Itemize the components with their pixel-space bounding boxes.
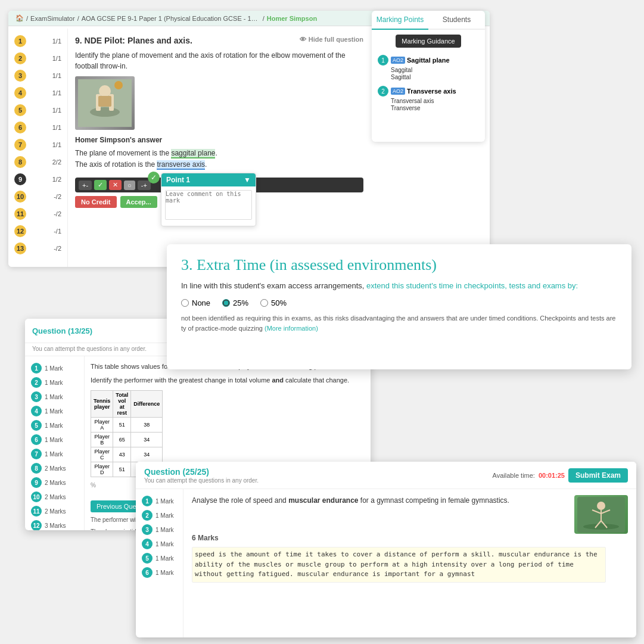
accept-btn[interactable]: Accep... [120, 196, 157, 208]
radio-25-label: 25% [233, 298, 248, 307]
q-circle-7[interactable]: 7 [31, 449, 42, 459]
answer-textarea[interactable]: speed is the amount of time it takes to … [192, 547, 606, 583]
list2-item-6[interactable]: 6 1 Mark [141, 565, 178, 580]
q-item-5[interactable]: 5 1/1 [11, 102, 65, 118]
list-item-12[interactable]: 12 3 Marks [30, 518, 79, 530]
table-q-text-2: Identify the performer with the greatest… [91, 376, 365, 385]
q-circle-8[interactable]: 8 [31, 463, 42, 474]
tab-marking-points[interactable]: Marking Points [372, 11, 428, 30]
q-num-3[interactable]: 3 [14, 70, 26, 82]
q-circle-12[interactable]: 12 [31, 520, 42, 530]
list-item-2[interactable]: 2 1 Mark [30, 375, 79, 390]
student-name-label: Homer Simpson's answer [75, 136, 363, 144]
radio-none[interactable]: None [181, 298, 210, 307]
radio-none-label: None [192, 298, 210, 307]
answer-line1-highlight: saggital plane [171, 149, 215, 158]
q2-circle-6[interactable]: 6 [142, 567, 153, 578]
q-num-2[interactable]: 2 [14, 52, 26, 64]
answer-line-2: The axis of rotation is the transverse a… [75, 159, 363, 170]
q-num-9[interactable]: 9 [14, 173, 26, 185]
radio-25[interactable]: 25% [222, 298, 248, 307]
q-circle-5[interactable]: 5 [31, 420, 42, 431]
q-item-10[interactable]: 10 -/2 [11, 189, 65, 204]
q-circle-10[interactable]: 10 [31, 491, 42, 502]
breadcrumb-exam-simulator[interactable]: ExamSimulator [30, 15, 75, 22]
check-mark-btn[interactable]: ✓ [94, 180, 107, 190]
list2-item-1[interactable]: 1 1 Mark [141, 494, 178, 508]
tab-students[interactable]: Students [428, 11, 485, 29]
col-diff: Difference [131, 390, 163, 417]
q-circle-9[interactable]: 9 [31, 477, 42, 488]
q-item-12[interactable]: 12 -/1 [11, 223, 65, 239]
q2-circle-4[interactable]: 4 [142, 539, 153, 549]
q-num-8[interactable]: 8 [14, 156, 26, 168]
q2-circle-5[interactable]: 5 [142, 553, 153, 564]
home-icon[interactable]: 🏠 [15, 14, 24, 22]
q-item-3[interactable]: 3 1/1 [11, 68, 65, 83]
col-player: Tennis player [91, 390, 113, 417]
q-item-6[interactable]: 6 1/1 [11, 120, 65, 135]
q-mark-8: 2 Marks [45, 465, 66, 472]
radio-25-input[interactable] [222, 299, 230, 307]
q-item-7[interactable]: 7 1/1 [11, 137, 65, 153]
q-circle-6[interactable]: 6 [31, 434, 42, 445]
q2-circle-2[interactable]: 2 [142, 510, 153, 521]
submit-exam-btn-2[interactable]: Submit Exam [568, 468, 628, 483]
q2-circle-3[interactable]: 3 [142, 524, 153, 535]
hide-full-question-btn[interactable]: 👁 Hide full question [300, 36, 363, 43]
question-title: 9. NDE Pilot: Planes and axis. 👁 Hide fu… [75, 36, 363, 45]
radio-50-input[interactable] [260, 299, 268, 307]
list-item-11[interactable]: 11 2 Marks [30, 504, 79, 518]
list-item-1[interactable]: 1 1 Mark [30, 361, 79, 375]
list2-item-3[interactable]: 3 1 Mark [141, 522, 178, 537]
q-circle-11[interactable]: 11 [31, 506, 42, 517]
circle-btn[interactable]: ○ [124, 181, 135, 190]
q-circle-2[interactable]: 2 [31, 377, 42, 388]
q-num-11[interactable]: 11 [14, 208, 26, 220]
q-item-4[interactable]: 4 1/1 [11, 85, 65, 101]
q2-circle-1[interactable]: 1 [142, 496, 153, 506]
q-item-8[interactable]: 8 2/2 [11, 154, 65, 170]
no-credit-btn[interactable]: No Credit [75, 196, 117, 208]
plus-minus-btn[interactable]: +- [79, 181, 92, 190]
list-item-3[interactable]: 3 1 Mark [30, 390, 79, 404]
list-item-9[interactable]: 9 2 Marks [30, 475, 79, 490]
list2-item-4[interactable]: 4 1 Mark [141, 537, 178, 551]
marking-point-2: 2 AO2 Transverse axis Transversal axis T… [372, 83, 485, 114]
radio-50[interactable]: 50% [260, 298, 287, 307]
q-num-4[interactable]: 4 [14, 87, 26, 99]
q-item-13[interactable]: 13 -/2 [11, 241, 65, 256]
q-num-12[interactable]: 12 [14, 225, 26, 237]
q-item-11[interactable]: 11 -/2 [11, 206, 65, 222]
q-circle-3[interactable]: 3 [31, 391, 42, 402]
point-check-icon[interactable]: ✓ [148, 172, 160, 183]
q-num-10[interactable]: 10 [14, 191, 26, 203]
q-item-9[interactable]: 9 1/2 [11, 172, 65, 187]
cross-btn[interactable]: ✕ [109, 180, 122, 190]
q-item-2[interactable]: 2 1/1 [11, 51, 65, 66]
breadcrumb-exam-name[interactable]: AOA GCSE PE 9-1 Paper 1 (Physical Educat… [82, 15, 260, 22]
marking-guidance-btn[interactable]: Marking Guidance [396, 35, 461, 48]
q-num-7[interactable]: 7 [14, 139, 26, 151]
list-item-7[interactable]: 7 1 Mark [30, 447, 79, 461]
breadcrumb-student[interactable]: Homer Simpson [267, 15, 317, 22]
point-comment-input[interactable] [165, 190, 252, 220]
minus-plus-btn[interactable]: -+ [138, 181, 151, 190]
list-item-6[interactable]: 6 1 Mark [30, 433, 79, 447]
q-circle-4[interactable]: 4 [31, 406, 42, 416]
q-item-1[interactable]: 1 1/1 [11, 33, 65, 49]
list-item-8[interactable]: 8 2 Marks [30, 461, 79, 475]
radio-none-input[interactable] [181, 299, 189, 307]
list2-item-5[interactable]: 5 1 Mark [141, 551, 178, 565]
q-num-5[interactable]: 5 [14, 104, 26, 116]
q-circle-1[interactable]: 1 [31, 363, 42, 374]
more-info-link[interactable]: (More information) [265, 325, 318, 332]
list-item-4[interactable]: 4 1 Mark [30, 404, 79, 418]
q-num-13[interactable]: 13 [14, 242, 26, 254]
svg-point-9 [597, 502, 605, 510]
list2-item-2[interactable]: 2 1 Mark [141, 508, 178, 522]
list-item-10[interactable]: 10 2 Marks [30, 490, 79, 504]
q-num-1[interactable]: 1 [14, 35, 26, 47]
list-item-5[interactable]: 5 1 Mark [30, 418, 79, 433]
q-num-6[interactable]: 6 [14, 122, 26, 133]
